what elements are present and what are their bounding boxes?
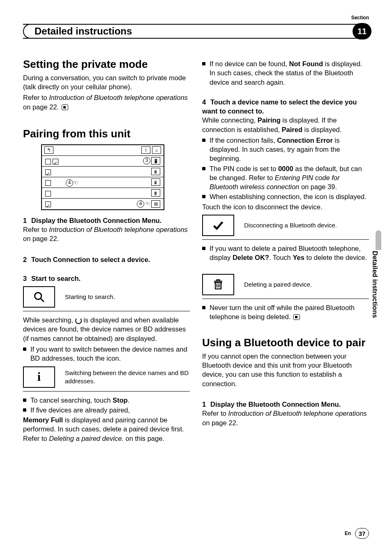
page: Section Detailed instructions 11 Setting… [0,0,392,556]
page-footer: En 37 [345,528,369,539]
checkmark-icon [212,220,224,231]
divider [202,239,369,240]
pairing-status: While connecting, Pairing is displayed. … [202,116,369,134]
search-icon [33,291,45,303]
right-column: If no device can be found, Not Found is … [202,58,369,445]
trash-icon: 🗑 [151,178,160,186]
step-1: 1Display the Bluetooth Connection Menu. [23,216,190,225]
checkbox-checked-icon [45,202,51,207]
checkbox-icon [45,191,51,197]
trash-icon [212,279,224,290]
checkbox-icon [45,180,51,186]
bullet-icon [202,306,205,309]
divider [23,391,190,392]
end-mark-icon [62,104,68,110]
heading-using-bt: Using a Bluetooth device to pair [202,337,369,349]
left-column: Setting the private mode During a conver… [23,58,190,445]
side-tab-accent [376,230,381,250]
svg-line-1 [41,299,44,302]
info-icon-box: i [23,366,55,388]
callout-4: 4 [66,179,73,187]
info-icon-row: i Switching between the device names and… [23,366,190,388]
hand-pointer-icon: ☜ [73,179,78,186]
search-header-icon: ⌕ [152,146,161,154]
trash-icon-box [202,274,234,295]
info-header-icon: i [141,146,150,154]
trash-icon: 🗑 [151,168,160,175]
bullet-connerr: If the connection fails, Connection Erro… [202,136,369,163]
checkbox-checked-icon [53,159,58,164]
step-1-ref: Refer to Introduction of Bluetooth telep… [23,225,190,243]
back-icon: ↰ [44,146,53,154]
disconnect-caption: Disconnecting a Bluetooth device. [244,221,337,229]
heading-private-mode: Setting the private mode [23,58,190,71]
while-searching-text: While searching, is displayed and when a… [23,315,190,343]
using-bt-desc: If you cannot open the connection betwee… [202,352,369,388]
memfull-text: Memory Full is displayed and pairing can… [23,415,190,443]
device-icon: ▤ [151,200,160,208]
refresh-icon [75,317,82,324]
chapter-header: Detailed instructions 11 [23,24,369,39]
callout-3: 3 [143,157,150,164]
bullet-establish: When establishing connection, the icon i… [202,192,369,201]
bullet-notfound: If no device can be found, Not Found is … [202,59,369,87]
hand-pointer-icon: ☜ [145,200,150,208]
pairing-figure: ↰ i ⌕ 3📱 🗑 4☜ 🗑 [41,144,164,210]
bullet-never-off: Never turn the unit off while the paired… [202,303,369,322]
step-2: 2Touch Connection to select a device. [23,255,190,264]
bullet-delete: If you want to delete a paired Bluetooth… [202,244,369,262]
chapter-title: Detailed instructions [33,25,134,37]
search-caption: Starting to search. [65,293,115,301]
using-step-1: 1Display the Bluetooth Connection Menu. [202,400,369,409]
bullet-icon [202,167,205,170]
step-3: 3Start to search. [23,274,190,283]
magnifier-icon [23,286,55,308]
bullet-icon [202,139,205,142]
disconnect-icon-row: Disconnecting a Bluetooth device. [202,215,369,236]
callout-4: 4 [137,200,144,208]
touch-disconnect: Touch the icon to disconnect the device. [202,202,369,211]
page-number-badge: 37 [355,528,369,539]
using-step-1-ref: Refer to Introduction of Bluetooth telep… [202,409,369,427]
bullet-cancel: To cancel searching, touch Stop. [23,396,190,405]
bullet-switch: If you want to switch between the device… [23,345,190,363]
search-icon-row: Starting to search. [23,286,190,308]
bullet-icon [202,247,205,250]
heading-pairing: Pairing from this unit [23,128,190,140]
bullet-icon [202,195,205,198]
bullet-icon [202,62,205,65]
trash-icon: 🗑 [151,189,160,197]
step-4: 4Touch a device name to select the devic… [202,97,369,116]
divider [23,311,190,311]
svg-point-0 [35,293,42,299]
bullet-icon [23,398,26,402]
bullet-icon [23,408,26,412]
bullet-pin: The PIN code is set to 0000 as the defau… [202,164,369,192]
checkbox-icon [45,159,51,164]
private-mode-ref: Refer to Introduction of Bluetooth telep… [23,93,190,111]
divider [202,299,369,299]
bullet-icon [23,348,26,351]
delete-caption: Deleting a paired device. [244,280,312,289]
info-icon: i [37,368,41,385]
info-caption: Switching between the device names and B… [65,369,190,385]
checkbox-checked-icon [45,169,51,175]
section-label: Section [351,15,369,21]
private-mode-desc: During a conversation, you can switch to… [23,73,190,92]
content-columns: Setting the private mode During a conver… [23,58,369,445]
bullet-memfull: If five devices are already paired, [23,405,190,415]
phone-icon: 📱 [151,157,160,164]
svg-rect-7 [217,280,220,281]
footer-lang: En [345,531,351,536]
delete-icon-row: Deleting a paired device. [202,274,369,295]
checkmark-icon-box [202,215,234,236]
end-mark-icon [293,314,300,320]
side-tab-label: Detailed instructions [370,251,380,358]
chapter-number-badge: 11 [353,23,371,39]
